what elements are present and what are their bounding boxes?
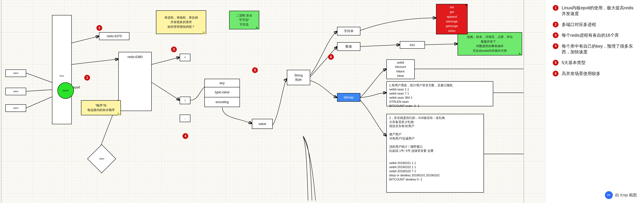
legend-text-4: 每个库中有自己的key，预埋了很多东西，加快速度 (562, 43, 637, 55)
sticky-question: 单进程，单线程，单实例 并发很多的请求 如何变得很快的呢？ (156, 10, 206, 34)
bitmap-example-2: 2，京东就是你们的，618做活动：送礼物 大库备货多少礼物 假设京东有2E用户 … (386, 114, 484, 193)
legend-key-2: 2 (553, 22, 558, 27)
legend-item-3: 3 每个redis进程有各自的16个库 (553, 32, 637, 38)
legend-key-3: 3 (553, 32, 558, 38)
string-byte-box: String Byte (287, 70, 310, 85)
watermark-text: 由 Xnip 截图 (615, 193, 637, 198)
client-box-2: client (6, 88, 26, 95)
legend-key-1: 1 (553, 5, 558, 11)
string-ops-box: set get append setrange getrange strlen (436, 4, 468, 34)
legend-text-1: Linux内核epoll的使用，极大提高redis并发速度 (562, 5, 637, 17)
margin-rule-right (524, 0, 524, 203)
legend-text-3: 每个redis进程有各自的16个库 (562, 32, 637, 38)
legend-item-5: 5 5大基本类型 (553, 60, 637, 65)
margin-rule-left (1, 0, 2, 203)
encoding-box: encoding (204, 97, 240, 107)
redis-6379-box: redis:6379 (99, 32, 130, 40)
legend-key-6: 6 (553, 71, 558, 76)
marker-1: 1 (84, 75, 90, 81)
client-box-1: client (6, 69, 26, 77)
legend-text-6: 高并发场景使用较多 (562, 71, 637, 76)
client-diamond-label: client (92, 149, 112, 169)
sticky-binary-safe: 二进制 安全 字节流* 字符流 (229, 11, 259, 29)
legend-item-1: 1 Linux内核epoll的使用，极大提高redis并发速度 (553, 5, 637, 17)
db-1-box: 1 (180, 97, 190, 104)
redis-6380-box: redis:6380 (118, 52, 152, 111)
type-bitmap-box: bitmap (337, 93, 360, 102)
scissors-icon: ✂ (605, 191, 613, 199)
legend-key-4: 4 (553, 43, 558, 49)
legend-panel: 1 Linux内核epoll的使用，极大提高redis并发速度 2 多端口对应多… (546, 0, 644, 203)
watermark: ✂ 由 Xnip 截图 (605, 191, 637, 199)
linux-label: linux (60, 74, 64, 77)
legend-item-4: 4 每个库中有自己的key，预埋了很多东西，加快速度 (553, 43, 637, 55)
marker-5: 5 (252, 67, 258, 73)
type-string-box: 字符串 (337, 27, 360, 35)
sticky-sequence: "顺序"性 每连接内的命令顺序 (81, 100, 121, 115)
legend-text-5: 5大基本类型 (562, 60, 637, 65)
marker-6: 6 (328, 54, 334, 60)
incr-box: incr (400, 41, 425, 49)
db-n-box: … (180, 115, 190, 122)
db-0-box: 0 (180, 54, 190, 61)
key-box: key (204, 79, 240, 87)
legend-item-6: 6 高并发场景使用较多 (553, 71, 637, 76)
type-number-box: 数值 (337, 42, 360, 51)
marker-2: 2 (96, 25, 102, 31)
type-value-box: type:value (204, 87, 240, 97)
linux-box: linux (52, 15, 72, 124)
legend-text-2: 多端口对应多进程 (562, 22, 637, 27)
kernel-label: kernel (63, 89, 69, 92)
epoll-label: epoll (73, 86, 80, 89)
legend-key-5: 5 (553, 60, 558, 65)
kernel-circle: kernel (57, 82, 74, 99)
value-box: value (252, 119, 273, 129)
marker-3: 3 (171, 46, 177, 52)
marker-4: 4 (182, 133, 188, 139)
bitmap-example-1: 1,有用户系统，统计用户登录天数，且窗口随机 setbit sean 1 1 s… (386, 81, 493, 106)
diagram-viewport: client client client linux kernel epoll … (0, 0, 644, 203)
client-box-3: client (6, 104, 26, 112)
bitmap-ops-box: setbit bitcount bitpos bitop (386, 59, 415, 79)
legend-item-2: 2 多端口对应多进程 (553, 22, 637, 27)
sticky-usecase: 抢购，秒杀，详情页，点赞，评论 规避并发下， 对数据库的事务操作 完全由redi… (458, 32, 522, 55)
